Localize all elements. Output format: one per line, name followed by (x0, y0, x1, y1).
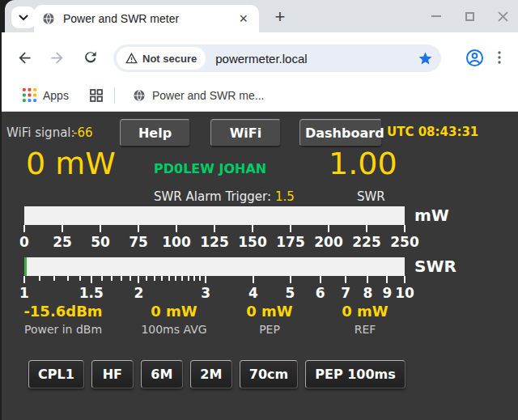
meter-major-tick (138, 276, 139, 283)
maximize-icon (465, 12, 474, 21)
meter-minor-tick (39, 276, 40, 281)
meter-tick-label: 10 (395, 285, 414, 301)
reload-button[interactable] (77, 44, 104, 71)
pep-100ms-button[interactable]: PEP 100ms (305, 360, 405, 388)
meter-tick-label: 7 (341, 285, 350, 301)
power-meter-unit-label: mW (414, 206, 449, 225)
arrow-left-icon (16, 49, 33, 66)
wifi-button[interactable]: WiFi (210, 119, 281, 146)
meter-tick-label: 250 (390, 234, 419, 250)
help-button[interactable]: Help (120, 119, 190, 146)
meter-tick-label: 100 (162, 234, 191, 250)
meter-minor-tick (79, 276, 81, 281)
70cm-button[interactable]: 70cm (240, 360, 298, 388)
maximize-button[interactable] (464, 11, 475, 22)
meter-major-tick (404, 225, 405, 232)
cpl1-button[interactable]: CPL1 (28, 360, 84, 388)
bookmark-star-button[interactable] (418, 51, 433, 66)
swr-meter-fill (24, 257, 27, 276)
meter-tick-label: 50 (91, 234, 110, 250)
bookmarks-bar: Apps Power and SWR me... (0, 79, 518, 112)
browser-tab[interactable]: Power and SWR meter × (34, 5, 259, 32)
power-main-value: 0 mW (26, 146, 116, 181)
bookmark-globe-icon (133, 89, 146, 102)
swr-main-value: 1.00 (329, 146, 397, 181)
meter-minor-tick (130, 276, 131, 281)
meter-minor-tick (161, 276, 163, 281)
security-chip-label: Not secure (142, 53, 197, 65)
meter-major-tick (214, 225, 215, 232)
meter-major-tick (205, 276, 206, 283)
meter-major-tick (366, 225, 367, 232)
reload-icon (83, 49, 99, 66)
meter-minor-tick (67, 276, 69, 281)
close-window-button[interactable] (497, 11, 508, 22)
minimize-button[interactable] (431, 11, 442, 22)
tab-title: Power and SWR meter (63, 12, 239, 25)
meter-tick-label: 2 (134, 285, 144, 301)
power-meter-ticks (24, 225, 405, 232)
apps-grid-icon[interactable] (23, 88, 36, 102)
tab-search-button[interactable] (11, 6, 36, 28)
meter-major-tick (345, 276, 346, 283)
meter-minor-tick (188, 276, 189, 281)
meter-tick-label: 8 (363, 285, 373, 301)
meter-major-tick (290, 225, 291, 232)
window-left-edge (0, 32, 2, 420)
apps-label[interactable]: Apps (43, 89, 69, 102)
meter-tick-label: 125 (200, 234, 229, 250)
meter-major-tick (253, 276, 254, 283)
swr-alarm-label: SWR Alarm Trigger: (154, 189, 271, 204)
meter-major-tick (320, 276, 321, 283)
warning-triangle-icon (125, 53, 138, 64)
meter-major-tick (328, 225, 329, 232)
meter-major-tick (386, 276, 388, 283)
address-bar[interactable]: Not secure powermeter.local (113, 45, 441, 72)
meter-minor-tick (121, 276, 122, 281)
star-icon (418, 51, 433, 66)
tab-close-icon[interactable]: × (239, 11, 248, 26)
2m-button[interactable]: 2M (190, 360, 232, 388)
meter-major-tick (62, 225, 63, 232)
bookmark-item[interactable]: Power and SWR me... (152, 89, 265, 102)
wifi-signal-value: -66 (73, 125, 93, 140)
meter-tick-label: 5 (286, 285, 295, 301)
meter-major-tick (176, 225, 177, 232)
meter-major-tick (100, 225, 101, 232)
meter-tick-label: 4 (248, 285, 258, 301)
three-dots-icon (492, 50, 507, 65)
back-button[interactable] (11, 44, 38, 71)
meter-tick-label: 9 (383, 285, 393, 301)
meter-major-tick (23, 225, 25, 232)
swr-meter-scale-labels: 11.52345678910 (24, 285, 405, 301)
meter-minor-tick (146, 276, 147, 281)
meter-minor-tick (111, 276, 113, 281)
wifi-signal-label: WiFi signal: (6, 125, 75, 140)
meter-tick-label: 6 (316, 285, 325, 301)
6m-button[interactable]: 6M (141, 360, 183, 388)
meter-minor-tick (199, 276, 201, 281)
meter-tick-label: 3 (201, 285, 210, 301)
reading-value: -15.6dBm (6, 303, 120, 320)
close-icon (498, 11, 508, 22)
meter-major-tick (23, 276, 25, 283)
meter-tick-label: 1.5 (79, 285, 104, 301)
security-chip[interactable]: Not secure (117, 47, 206, 70)
profile-button[interactable] (461, 44, 488, 71)
profile-icon (465, 49, 484, 67)
swr-meter-gauge: SWR 11.52345678910 (24, 257, 405, 301)
meter-tick-label: 75 (129, 234, 148, 250)
new-tab-button[interactable]: + (269, 6, 291, 28)
power-meter-gauge: mW 0255075100125150175200225250 (24, 206, 405, 250)
dashboard-button[interactable]: Dashboard (299, 119, 382, 146)
meter-tick-label: 0 (19, 234, 29, 250)
swr-alarm-value: 1.5 (275, 189, 295, 204)
url-text[interactable]: powermeter.local (215, 52, 418, 66)
reading-label: Power in dBm (6, 323, 120, 336)
swr-caption: SWR (357, 189, 385, 204)
forward-button[interactable] (43, 44, 70, 71)
hf-button[interactable]: HF (91, 360, 134, 388)
browser-menu-button[interactable] (486, 44, 513, 71)
meter-minor-tick (181, 276, 183, 281)
reading-list-grid-icon[interactable] (90, 89, 103, 102)
